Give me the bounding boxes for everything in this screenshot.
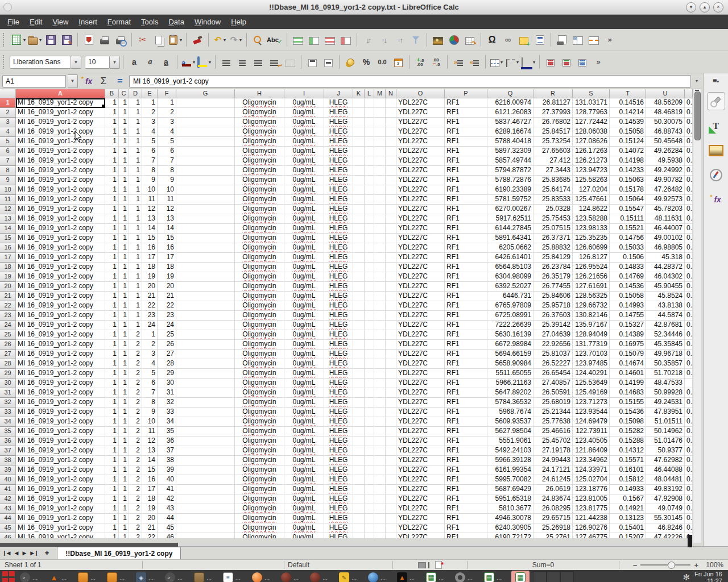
cell-H23[interactable]: Oligomycin (235, 311, 284, 321)
cell-I5[interactable]: 0ug/mL (284, 137, 324, 147)
cell-U20[interactable]: 45.90455 (646, 282, 685, 292)
cell-J2[interactable]: HLEG (324, 108, 353, 118)
cell-J39[interactable]: HLEG (324, 465, 353, 475)
cell-V38[interactable]: 0. (685, 456, 693, 465)
cell-A7[interactable]: MI 16_0919_yor1-2 copy (16, 156, 105, 166)
cell-B34[interactable]: 1 (105, 417, 119, 427)
row-header-46[interactable]: 46 (0, 533, 16, 538)
column-header-F[interactable]: F (158, 89, 176, 98)
cell-G3[interactable] (176, 118, 235, 127)
cell-H14[interactable]: Oligomycin (235, 224, 284, 234)
cell-A10[interactable]: MI 16_0919_yor1-2 copy (16, 185, 105, 195)
cell-R23[interactable]: 26.37603 (533, 311, 573, 321)
row-header-19[interactable]: 19 (0, 272, 16, 282)
cell-V31[interactable]: 0. (685, 388, 693, 398)
cell-K32[interactable] (353, 398, 365, 408)
cell-S2[interactable]: 128.77963 (573, 108, 610, 118)
cell-H8[interactable]: Oligomycin (235, 166, 284, 176)
cell-L31[interactable] (365, 388, 374, 398)
cell-H44[interactable]: Oligomycin (235, 514, 284, 523)
cell-F35[interactable]: 35 (158, 427, 176, 436)
cell-J42[interactable]: HLEG (324, 494, 353, 504)
cell-F28[interactable]: 28 (158, 359, 176, 369)
row-header-9[interactable]: 9 (0, 176, 16, 185)
cell-C27[interactable]: 1 (119, 350, 129, 359)
cell-D26[interactable]: 2 (129, 340, 142, 350)
spreadsheet-grid[interactable]: ABCDEFGHIJKLMNOPQRSTU1MI 16_0919_yor1-2 … (0, 89, 693, 538)
cell-G34[interactable] (176, 417, 235, 427)
cell-C41[interactable]: 1 (119, 485, 129, 494)
cell-L22[interactable] (365, 301, 374, 311)
cell-R41[interactable]: 26.0619 (533, 485, 573, 494)
cell-G30[interactable] (176, 379, 235, 388)
cell-V5[interactable]: 0. (685, 137, 693, 147)
cell-G21[interactable] (176, 292, 235, 301)
cell-E14[interactable]: 14 (142, 224, 158, 234)
cell-O10[interactable]: YDL227C (396, 185, 445, 195)
cell-P23[interactable]: RF1 (445, 311, 487, 321)
taskbar-item-matlab-dark[interactable]: ▲... (395, 572, 424, 582)
cell-V20[interactable]: 0. (685, 282, 693, 292)
percent-format-button[interactable]: % (358, 54, 374, 70)
cell-R8[interactable]: 27.3443 (533, 166, 573, 176)
cell-A2[interactable]: MI 16_0919_yor1-2 copy (16, 108, 105, 118)
cell-B4[interactable]: 1 (105, 127, 119, 137)
cell-C7[interactable]: 1 (119, 156, 129, 166)
cell-O3[interactable]: YDL227C (396, 118, 445, 127)
cell-T8[interactable]: 0.14233 (610, 166, 646, 176)
cell-N42[interactable] (386, 494, 396, 504)
cell-E40[interactable]: 16 (142, 475, 158, 485)
cell-K21[interactable] (353, 292, 365, 301)
cell-T13[interactable]: 0.15111 (610, 214, 646, 224)
vertical-scrollbar[interactable] (693, 89, 701, 543)
cell-F6[interactable]: 6 (158, 147, 176, 156)
cell-C45[interactable]: 1 (119, 523, 129, 533)
cell-Q39[interactable]: 6161.99354 (487, 465, 533, 475)
cell-S36[interactable]: 123.40505 (573, 436, 610, 446)
cell-S29[interactable]: 124.40291 (573, 369, 610, 379)
cell-M17[interactable] (374, 253, 386, 263)
cell-P5[interactable]: RF1 (445, 137, 487, 147)
cell-R46[interactable]: 25.2761 (533, 533, 573, 538)
cell-L6[interactable] (365, 147, 374, 156)
cell-L41[interactable] (365, 485, 374, 494)
cell-F36[interactable]: 36 (158, 436, 176, 446)
cell-Q23[interactable]: 6725.08991 (487, 311, 533, 321)
menu-help[interactable]: Help (226, 16, 251, 28)
cell-T16[interactable]: 0.15033 (610, 243, 646, 253)
cell-R13[interactable]: 25.75453 (533, 214, 573, 224)
cell-Q32[interactable]: 5784.36532 (487, 398, 533, 408)
cell-J36[interactable]: HLEG (324, 436, 353, 446)
column-header-C[interactable]: C (119, 89, 129, 98)
cell-S20[interactable]: 127.61691 (573, 282, 610, 292)
cell-M22[interactable] (374, 301, 386, 311)
row-header-2[interactable]: 2 (0, 108, 16, 118)
cell-N13[interactable] (386, 214, 396, 224)
cell-T4[interactable]: 0.15058 (610, 127, 646, 137)
cell-T3[interactable]: 0.14539 (610, 118, 646, 127)
cell-C21[interactable]: 1 (119, 292, 129, 301)
cell-P33[interactable]: RF1 (445, 408, 487, 417)
cell-R44[interactable]: 29.65715 (533, 514, 573, 523)
taskbar-item-terminal[interactable]: >_... (18, 572, 47, 582)
cell-B16[interactable]: 1 (105, 243, 119, 253)
cell-R18[interactable]: 26.23784 (533, 263, 573, 272)
cell-S40[interactable]: 125.02704 (573, 475, 610, 485)
add-sheet-button[interactable]: ✚ (45, 550, 49, 556)
cell-C22[interactable]: 1 (119, 301, 129, 311)
cell-O37[interactable]: YDL227C (396, 446, 445, 456)
cell-F40[interactable]: 40 (158, 475, 176, 485)
cell-H26[interactable]: Oligomycin (235, 340, 284, 350)
cell-L1[interactable] (365, 98, 374, 108)
print-preview-button[interactable] (113, 32, 129, 48)
cell-S10[interactable]: 127.0204 (573, 185, 610, 195)
cell-S11[interactable]: 125.47661 (573, 195, 610, 205)
cell-O22[interactable]: YDL227C (396, 301, 445, 311)
cell-O19[interactable]: YDL227C (396, 272, 445, 282)
cell-H30[interactable]: Oligomycin (235, 379, 284, 388)
cell-K20[interactable] (353, 282, 365, 292)
cell-S41[interactable]: 123.18776 (573, 485, 610, 494)
cell-Q29[interactable]: 5511.65055 (487, 369, 533, 379)
row-header-34[interactable]: 34 (0, 417, 16, 427)
zoom-in-button[interactable]: + (694, 561, 698, 569)
